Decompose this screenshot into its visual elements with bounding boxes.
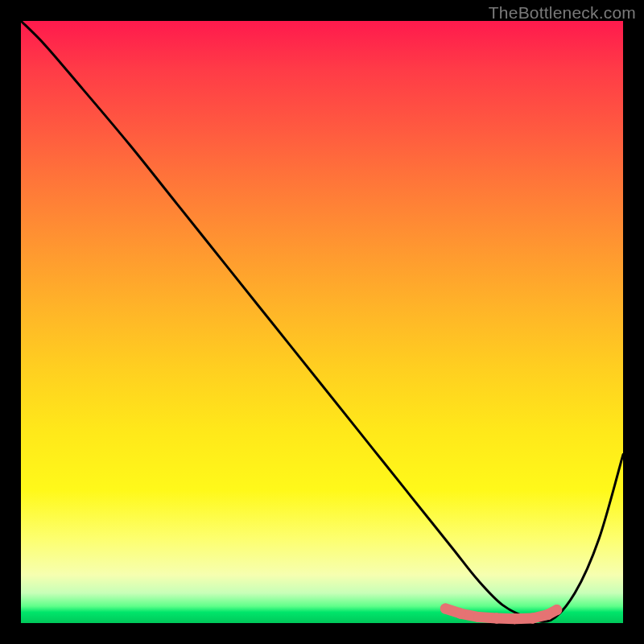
marker-joint [456,609,466,619]
marker-joint [491,613,502,624]
marker-joint [473,612,484,622]
marker-joint [510,613,520,624]
marker-joint [440,604,451,614]
marker-joint [543,609,553,620]
bottleneck-curve [21,21,623,621]
highlight-markers [440,604,562,625]
marker-joint [551,605,562,615]
marker-joint [527,613,538,624]
chart-frame: TheBottleneck.com [0,0,644,644]
curve-layer [21,21,623,623]
watermark-text: TheBottleneck.com [489,3,636,23]
